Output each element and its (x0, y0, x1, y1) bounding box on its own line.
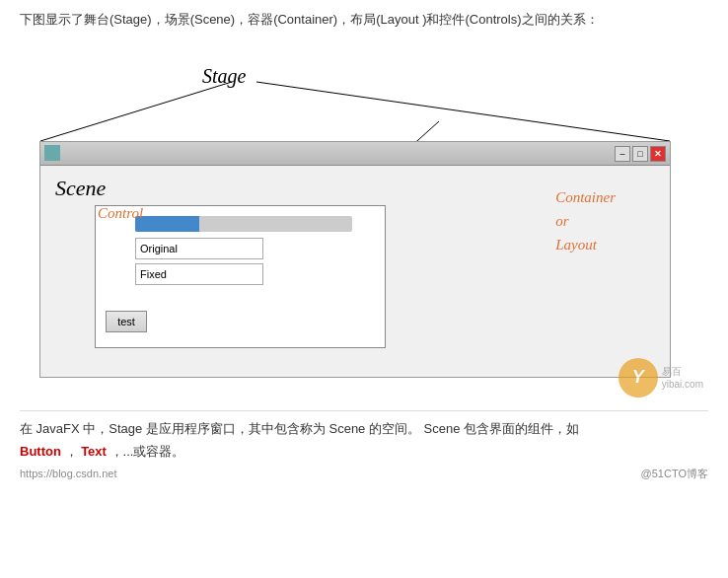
stage-label: Stage (202, 65, 246, 88)
bottom-text-line2: Button ， Text ，...或容器。 (20, 440, 708, 463)
container-box: Original Fixed test (95, 205, 386, 348)
progress-bar-fill (135, 216, 199, 232)
text-fields-row: Original Fixed (135, 238, 375, 285)
container-label-line2: or (555, 213, 568, 229)
watermark-logo: Y (619, 358, 658, 397)
watermark-logo-letter: Y (632, 367, 644, 388)
container-label-line3: Layout (555, 237, 597, 253)
watermark-text-line2: yibai.com (662, 378, 703, 391)
remaining: ，...或容器。 (110, 444, 185, 459)
keyword-button: Button (20, 444, 61, 459)
titlebar-buttons: – □ ✕ (615, 146, 666, 162)
container-layout-label: Container or Layout (555, 185, 616, 256)
diagram-area: Stage – □ ✕ Scene (20, 37, 708, 402)
text-field-fixed[interactable]: Fixed (135, 263, 263, 285)
watermark: Y 易百 yibai.com (619, 358, 703, 397)
bottom-url: https://blog.csdn.net @51CTO博客 (20, 465, 708, 484)
window-content: Scene Original Fixed (40, 166, 670, 377)
comma1: ， (65, 444, 78, 459)
progress-bar (135, 216, 352, 232)
titlebar-icon (44, 145, 60, 161)
close-button[interactable]: ✕ (650, 146, 666, 162)
test-button[interactable]: test (106, 311, 147, 332)
keyword-text: Text (81, 444, 107, 459)
bottom-section: 在 JavaFX 中，Stage 是应用程序窗口，其中包含称为 Scene 的空… (20, 410, 708, 485)
svg-line-1 (256, 82, 670, 141)
maximize-button[interactable]: □ (632, 146, 648, 162)
top-description: 下图显示了舞台(Stage)，场景(Scene)，容器(Container)，布… (20, 10, 708, 30)
window-titlebar: – □ ✕ (40, 142, 670, 166)
text-field-original[interactable]: Original (135, 238, 263, 259)
window-frame: – □ ✕ Scene Original (39, 141, 671, 378)
bottom-text-line1: 在 JavaFX 中，Stage 是应用程序窗口，其中包含称为 Scene 的空… (20, 417, 708, 440)
container-label-line1: Container (555, 189, 616, 205)
watermark-text: 易百 yibai.com (662, 365, 703, 391)
watermark-text-line1: 易百 (662, 365, 703, 378)
control-label: Control (98, 205, 143, 222)
page-container: 下图显示了舞台(Stage)，场景(Scene)，容器(Container)，布… (0, 0, 728, 578)
minimize-button[interactable]: – (615, 146, 630, 162)
svg-line-0 (40, 82, 232, 141)
url-left: https://blog.csdn.net (20, 465, 116, 484)
url-right: @51CTO博客 (641, 465, 708, 484)
